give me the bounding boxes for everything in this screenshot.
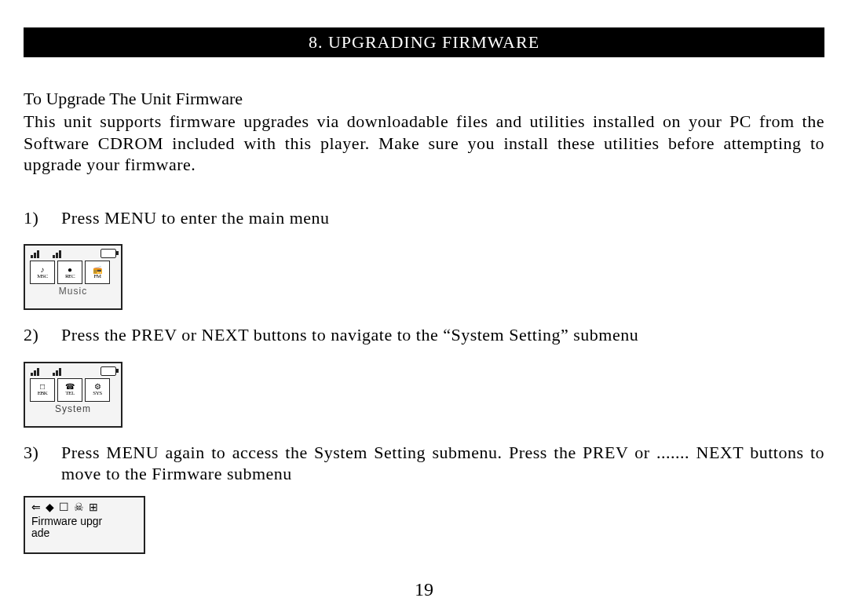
step-3-number: 3) [24, 442, 61, 485]
lcd-cell-music-label: MSC [37, 274, 47, 279]
lcd-system-status-row [30, 366, 116, 376]
svg-rect-2 [37, 250, 39, 258]
step-3: 3) Press MENU again to access the System… [24, 442, 824, 485]
svg-rect-4 [56, 253, 58, 258]
lcd-cell-tel-label: TEL [65, 391, 74, 396]
lcd-firmware-text-line2: ade [31, 527, 139, 539]
battery-icon [101, 366, 116, 376]
battery-icon [101, 249, 116, 258]
svg-rect-8 [37, 368, 39, 376]
step-2: 2) Press the PREV or NEXT buttons to nav… [24, 324, 824, 346]
lcd-figure-system: □ EBK ☎ TEL ⚙ SYS System [24, 362, 122, 428]
window-icon: ⊞ [89, 501, 98, 514]
lcd-cell-tel: ☎ TEL [57, 378, 82, 402]
lcd-figure-firmware: ⇐ ◆ ☐ ☠ ⊞ Firmware upgr ade [24, 496, 145, 554]
lcd-cell-rec: ● REC [57, 261, 82, 284]
step-1: 1) Press MENU to enter the main menu [24, 207, 824, 229]
lcd-cell-fm: 📻 FM [85, 261, 110, 284]
subtitle: To Upgrade The Unit Firmware [24, 89, 824, 109]
lcd-figure-music: ♪ MSC ● REC 📻 FM Music [24, 244, 122, 310]
svg-rect-6 [31, 373, 33, 376]
svg-rect-0 [31, 255, 33, 258]
step-1-text: Press MENU to enter the main menu [61, 207, 824, 229]
arrow-left-icon: ⇐ [31, 501, 41, 514]
signal-bars-icon [52, 249, 71, 258]
lcd-cell-ebk-label: EBK [38, 391, 48, 396]
lcd-cell-fm-label: FM [93, 274, 101, 279]
section-title: 8. UPGRADING FIRMWARE [309, 32, 539, 52]
svg-rect-3 [53, 255, 55, 258]
step-2-text: Press the PREV or NEXT buttons to naviga… [61, 324, 824, 346]
box-icon: ☐ [59, 501, 69, 514]
lcd-system-icon-row: □ EBK ☎ TEL ⚙ SYS [30, 378, 116, 402]
page-number: 19 [0, 579, 848, 600]
lcd-cell-sys: ⚙ SYS [85, 378, 110, 402]
lcd-cell-music: ♪ MSC [30, 261, 55, 284]
lcd-system-label: System [30, 403, 116, 414]
music-note-icon: ♪ [41, 266, 45, 274]
section-header-bar: 8. UPGRADING FIRMWARE [24, 27, 824, 57]
svg-rect-11 [59, 368, 61, 376]
diamond-icon: ◆ [46, 501, 54, 514]
svg-rect-5 [59, 250, 61, 258]
svg-rect-10 [56, 370, 58, 376]
lcd-firmware-text-line1: Firmware upgr [31, 516, 139, 527]
svg-rect-1 [34, 253, 36, 258]
radio-icon: 📻 [93, 266, 102, 274]
lcd-cell-sys-label: SYS [93, 391, 101, 396]
signal-bars-icon [30, 366, 49, 376]
svg-rect-9 [53, 373, 55, 376]
lcd-music-icon-row: ♪ MSC ● REC 📻 FM [30, 261, 116, 284]
svg-rect-7 [34, 370, 36, 376]
signal-bars-icon [30, 249, 49, 258]
lcd-firmware-icon-row: ⇐ ◆ ☐ ☠ ⊞ [31, 501, 139, 514]
lcd-music-label: Music [30, 286, 116, 297]
skull-icon: ☠ [74, 501, 84, 514]
mic-icon: ● [68, 266, 72, 274]
step-1-number: 1) [24, 207, 61, 229]
step-2-number: 2) [24, 324, 61, 346]
lcd-music-status-row [30, 249, 116, 258]
lcd-cell-rec-label: REC [65, 274, 75, 279]
intro-paragraph: This unit supports firmware upgrades via… [24, 111, 824, 176]
lcd-cell-ebk: □ EBK [30, 378, 55, 402]
signal-bars-icon [52, 366, 71, 376]
step-3-text: Press MENU again to access the System Se… [61, 442, 824, 485]
